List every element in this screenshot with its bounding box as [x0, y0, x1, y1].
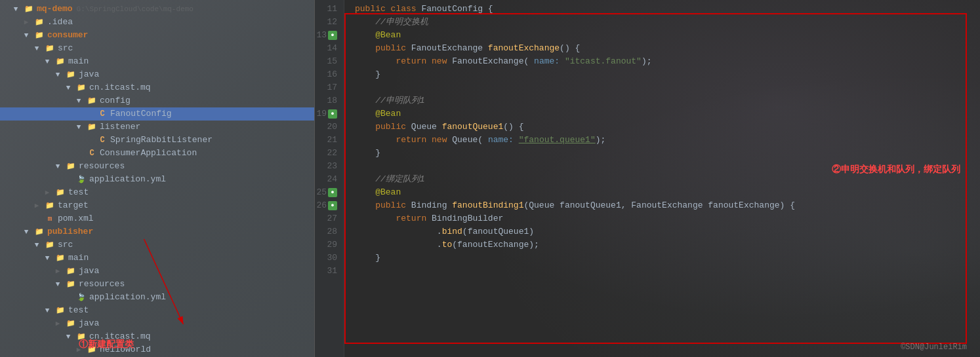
tree-item-consumer[interactable]: ▼ 📁 consumer [0, 29, 314, 42]
type-bindingbuilder: BindingBuilder [432, 212, 503, 225]
pom-label: pom.xml [58, 212, 94, 225]
tree-item-resources[interactable]: ▼ 📁 resources [0, 160, 314, 173]
tree-item-fanoutconfig[interactable]: C FanoutConfig [0, 107, 314, 121]
code-line-22: } [355, 147, 980, 160]
tree-item-pub-resources[interactable]: ▼ 📁 resources [0, 278, 314, 291]
annotation-bean-1: @Bean [355, 29, 401, 42]
tree-item-pub-test-java[interactable]: ▶ 📁 java [0, 317, 314, 330]
tree-item-pub-yml[interactable]: 🍃 application.yml [0, 291, 314, 304]
folder-main-icon: 📁 [55, 56, 66, 67]
yml-file-icon: 🍃 [76, 174, 87, 185]
ln-24: 24 [315, 173, 338, 186]
comment-exchange: //申明交换机 [355, 16, 428, 29]
tree-item-main[interactable]: ▼ 📁 main [0, 55, 314, 68]
tree-item-java[interactable]: ▼ 📁 java [0, 68, 314, 81]
classname: FanoutConfig { [421, 3, 493, 16]
code-line-18: //申明队列1 [355, 94, 980, 107]
str-itcast-fanout: "itcast.fanout" [565, 55, 642, 68]
pkg-label: cn.itcast.mq [89, 81, 151, 94]
code-line-24: //绑定队列1 [355, 173, 980, 186]
code-area: public class FanoutConfig { //申明交换机 @Bea… [344, 0, 980, 357]
tree-item-consumerapplication[interactable]: C ConsumerApplication [0, 147, 314, 160]
tree-item-src[interactable]: ▼ 📁 src [0, 42, 314, 55]
ln-26: 26● [315, 199, 338, 212]
folder-consumer-icon: 📁 [34, 30, 45, 41]
tree-item-pub-helloworld[interactable]: ▶ 📁 helloworld [0, 343, 314, 356]
expand-pub-res: ▼ [52, 279, 63, 290]
ln-23: 23 [315, 160, 338, 173]
tree-content: ▼ 📁 mq-demo G:\SpringCloud\code\mq-demo … [0, 0, 314, 357]
publisher-label: publisher [47, 225, 93, 238]
xml-file-icon: m [45, 214, 55, 224]
listener-label: listener [100, 121, 140, 134]
indent-26 [355, 199, 375, 212]
file-tree: ▼ 📁 mq-demo G:\SpringCloud\code\mq-demo … [0, 0, 315, 357]
expand-icon7: ▼ [73, 122, 84, 132]
tree-item-target[interactable]: ▶ 📁 target [0, 199, 314, 212]
arg-29: (fanoutExchange); [452, 238, 539, 252]
tree-item-pub-main[interactable]: ▼ 📁 main [0, 252, 314, 265]
tree-item-publisher[interactable]: ▼ 📁 publisher [0, 225, 314, 238]
tree-item-config[interactable]: ▼ 📁 config [0, 94, 314, 107]
brace-22: } [355, 147, 380, 160]
code-line-27: return BindingBuilder [355, 212, 980, 225]
expand-icon6: ▼ [73, 96, 84, 106]
spacer5 [31, 214, 42, 224]
collapse-target: ▶ [31, 200, 42, 211]
expand-pub-pkg: ▼ [63, 331, 73, 342]
kw-return-21: return [396, 134, 432, 147]
tree-item-pkg[interactable]: ▼ 📁 cn.itcast.mq [0, 81, 314, 94]
collapse-test: ▶ [42, 187, 52, 198]
indent-21 [355, 134, 396, 147]
plain-20: () { [503, 121, 523, 134]
folder-listener-icon: 📁 [87, 122, 97, 132]
tree-item-pub-pkg[interactable]: ▼ 📁 cn.itcast.mq [0, 330, 314, 343]
code-line-25: @Bean [355, 186, 980, 199]
paren-15: ( [523, 55, 534, 68]
tree-item-pom[interactable]: m pom.xml [0, 212, 314, 225]
tree-root[interactable]: ▼ 📁 mq-demo G:\SpringCloud\code\mq-demo [0, 3, 314, 16]
folder-pkg-icon: 📁 [76, 83, 87, 93]
code-line-26: public Binding fanoutBinding1(Queue fano… [355, 199, 980, 212]
spacer-icon [84, 109, 94, 119]
tree-item-listener[interactable]: ▼ 📁 listener [0, 121, 314, 134]
collapse-pub-java: ▶ [52, 266, 63, 276]
folder-pub-test-java-icon: 📁 [66, 318, 76, 329]
expand-pub-src: ▼ [31, 240, 42, 250]
indent-27 [355, 212, 396, 225]
ln-13: 13● [315, 29, 338, 42]
yml-pub-icon: 🍃 [76, 292, 87, 303]
pub-src-label: src [58, 238, 73, 252]
springrabbit-label: SpringRabbitListener [110, 134, 213, 147]
tree-item-pub-java[interactable]: ▶ 📁 java [0, 265, 314, 278]
code-line-14: public FanoutExchange fanoutExchange() { [355, 42, 980, 55]
plain-14: () { [560, 42, 580, 55]
paren-21: ( [478, 134, 488, 147]
expand-pub: ▼ [21, 227, 31, 237]
expand-pub-test: ▼ [42, 305, 52, 316]
tree-item-appyml[interactable]: 🍃 application.yml [0, 173, 314, 186]
tree-item-pub-test[interactable]: ▼ 📁 test [0, 304, 314, 317]
ln-25: 25● [315, 186, 338, 199]
comment-bind1: //绑定队列1 [355, 173, 425, 186]
java-file-icon: C [97, 109, 108, 119]
ln-27: 27 [315, 212, 338, 225]
tree-item-springrabbit[interactable]: C SpringRabbitListener [0, 134, 314, 147]
tree-item-idea[interactable]: ▶ 📁 .idea [0, 16, 314, 29]
kw-public-14: public [375, 42, 411, 55]
java-file-icon2: C [97, 135, 108, 145]
comment-queue1: //申明队列1 [355, 94, 425, 107]
test-label: test [68, 186, 89, 199]
bean-icon-26: ● [328, 201, 337, 210]
tree-item-pub-src[interactable]: ▼ 📁 src [0, 238, 314, 252]
folder-pub-hw-icon: 📁 [87, 345, 97, 355]
code-line-15: return new FanoutExchange( name: "itcast… [355, 55, 980, 68]
spacer3 [73, 148, 84, 159]
spacer6 [63, 292, 73, 303]
keyword-class: class [391, 3, 422, 16]
tree-item-test[interactable]: ▶ 📁 test [0, 186, 314, 199]
folder-pub-pkg-icon: 📁 [76, 331, 87, 342]
strkey-name-15: name: [534, 55, 565, 68]
kw-public-20: public [375, 121, 411, 134]
ln-19: 19● [315, 107, 338, 121]
